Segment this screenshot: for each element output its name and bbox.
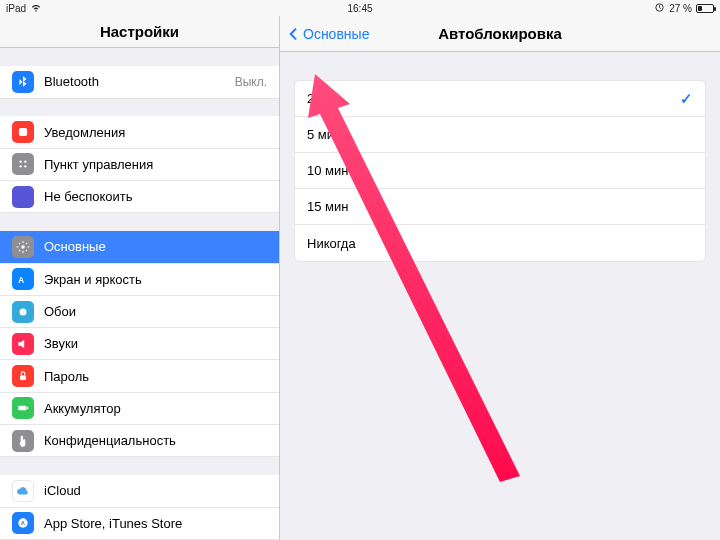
sidebar-item-privacy[interactable]: Конфиденциальность <box>0 425 279 457</box>
option-5min[interactable]: 5 мин <box>295 117 705 153</box>
sidebar-item-label: Аккумулятор <box>44 401 121 416</box>
autolock-options: 2 мин ✓ 5 мин 10 мин 15 мин Никогда <box>294 80 706 262</box>
status-bar: iPad 16:45 27 % <box>0 0 720 16</box>
svg-point-5 <box>24 166 26 168</box>
svg-point-8 <box>20 308 27 315</box>
svg-point-6 <box>21 245 25 249</box>
battery-icon <box>696 4 714 13</box>
sidebar-item-wallpaper[interactable]: Обои <box>0 296 279 328</box>
option-15min[interactable]: 15 мин <box>295 189 705 225</box>
option-label: 5 мин <box>307 127 341 142</box>
sidebar-item-label: Пункт управления <box>44 157 153 172</box>
sidebar-item-battery[interactable]: Аккумулятор <box>0 393 279 425</box>
appstore-icon: A <box>12 512 34 534</box>
sidebar-item-notifications[interactable]: Уведомления <box>0 116 279 148</box>
sidebar-item-label: Bluetooth <box>44 74 99 89</box>
rotation-lock-icon <box>654 2 665 15</box>
svg-point-4 <box>20 166 22 168</box>
back-button[interactable]: Основные <box>286 26 369 42</box>
svg-rect-9 <box>20 376 26 381</box>
speaker-icon <box>12 333 34 355</box>
detail-title: Автоблокировка <box>438 25 562 42</box>
sidebar-item-store[interactable]: A App Store, iTunes Store <box>0 508 279 540</box>
gear-icon <box>12 236 34 258</box>
battery-percent: 27 % <box>669 3 692 14</box>
cloud-icon <box>12 480 34 502</box>
display-icon: A <box>12 268 34 290</box>
sidebar-item-label: iCloud <box>44 484 81 498</box>
sidebar-item-label: App Store, iTunes Store <box>44 516 182 531</box>
svg-rect-11 <box>27 407 28 409</box>
option-10min[interactable]: 10 мин <box>295 153 705 189</box>
option-2min[interactable]: 2 мин ✓ <box>295 81 705 117</box>
svg-rect-10 <box>18 406 26 411</box>
device-label: iPad <box>6 3 26 14</box>
detail-nav: Основные Автоблокировка <box>280 16 720 52</box>
back-label: Основные <box>303 26 369 42</box>
moon-icon <box>12 186 34 208</box>
bluetooth-icon <box>12 71 34 93</box>
checkmark-icon: ✓ <box>680 90 693 108</box>
option-label: 10 мин <box>307 163 348 178</box>
sidebar-item-passcode[interactable]: Пароль <box>0 360 279 392</box>
option-label: 2 мин <box>307 91 341 106</box>
sidebar-item-label: Конфиденциальность <box>44 433 176 448</box>
settings-sidebar: Настройки Bluetooth Выкл. Уведомления Пу… <box>0 16 280 540</box>
option-never[interactable]: Никогда <box>295 225 705 261</box>
sidebar-item-label: Не беспокоить <box>44 189 133 204</box>
wallpaper-icon <box>12 301 34 323</box>
option-label: Никогда <box>307 236 356 251</box>
detail-pane: Основные Автоблокировка 2 мин ✓ 5 мин 10… <box>280 16 720 540</box>
battery-icon <box>12 397 34 419</box>
wifi-icon <box>30 1 42 15</box>
svg-point-3 <box>24 161 26 163</box>
sidebar-item-dnd[interactable]: Не беспокоить <box>0 181 279 213</box>
svg-rect-1 <box>19 128 27 136</box>
notifications-icon <box>12 121 34 143</box>
sidebar-item-label: Экран и яркость <box>44 272 142 287</box>
control-center-icon <box>12 153 34 175</box>
sidebar-item-label: Уведомления <box>44 125 125 140</box>
sidebar-item-label: Звуки <box>44 336 78 351</box>
hand-icon <box>12 430 34 452</box>
bluetooth-value: Выкл. <box>235 75 267 89</box>
sidebar-item-display[interactable]: A Экран и яркость <box>0 264 279 296</box>
sidebar-item-label: Пароль <box>44 369 89 384</box>
sidebar-item-sounds[interactable]: Звуки <box>0 328 279 360</box>
sidebar-item-bluetooth[interactable]: Bluetooth Выкл. <box>0 66 279 98</box>
sidebar-item-label: Основные <box>44 239 106 254</box>
status-time: 16:45 <box>347 3 372 14</box>
svg-point-2 <box>20 161 22 163</box>
svg-text:A: A <box>18 276 24 285</box>
sidebar-item-general[interactable]: Основные <box>0 231 279 263</box>
sidebar-title: Настройки <box>0 16 279 48</box>
option-label: 15 мин <box>307 199 348 214</box>
sidebar-item-icloud[interactable]: iCloud <box>0 475 279 507</box>
sidebar-item-label: Обои <box>44 304 76 319</box>
lock-icon <box>12 365 34 387</box>
chevron-left-icon <box>286 26 302 42</box>
sidebar-item-control-center[interactable]: Пункт управления <box>0 149 279 181</box>
